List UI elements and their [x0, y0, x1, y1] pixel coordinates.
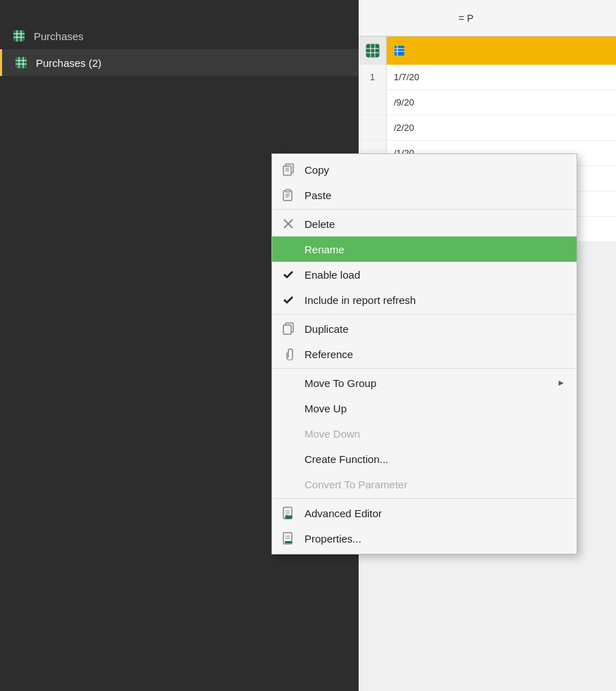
- sidebar-item-purchases[interactable]: Purchases: [0, 23, 359, 49]
- placeholder-icon: [281, 476, 296, 492]
- formula-cancel-button[interactable]: [366, 6, 391, 31]
- column-header: [387, 37, 616, 65]
- menu-item-create-function[interactable]: Create Function...: [272, 446, 577, 471]
- menu-item-copy[interactable]: Copy: [272, 157, 577, 182]
- svg-rect-5: [15, 57, 27, 68]
- formula-input[interactable]: [458, 13, 609, 24]
- paste-icon: [281, 187, 296, 203]
- row-number: 1: [359, 65, 387, 89]
- menu-item-enable-load[interactable]: Enable load: [272, 262, 577, 287]
- table-type-icon: [359, 37, 387, 65]
- copy-icon: [281, 162, 296, 177]
- menu-item-delete[interactable]: Delete: [272, 211, 577, 236]
- menu-item-label: Advanced Editor: [304, 507, 565, 519]
- properties-icon: [281, 531, 296, 546]
- menu-item-label: Include in report refresh: [304, 294, 565, 306]
- menu-item-rename[interactable]: Rename: [272, 236, 577, 262]
- svg-rect-10: [366, 44, 379, 57]
- check-icon: [281, 292, 296, 308]
- menu-item-label: Rename: [304, 243, 565, 255]
- submenu-arrow-icon: ►: [557, 378, 565, 388]
- table-icon: [13, 30, 25, 42]
- context-menu: Copy Paste Delete Rename: [271, 153, 577, 554]
- rename-icon: [281, 241, 296, 257]
- document-icon: [281, 505, 296, 521]
- menu-item-properties[interactable]: Properties...: [272, 526, 577, 551]
- clip-icon: [281, 346, 296, 362]
- menu-divider: [272, 314, 577, 315]
- menu-item-move-to-group[interactable]: Move To Group ►: [272, 370, 577, 395]
- menu-item-convert-parameter: Convert To Parameter: [272, 471, 577, 497]
- formula-bar: [359, 0, 616, 37]
- svg-rect-32: [290, 248, 294, 251]
- menu-item-label: Duplicate: [304, 323, 565, 335]
- formula-confirm-button[interactable]: [397, 6, 422, 31]
- menu-item-advanced-editor[interactable]: Advanced Editor: [272, 500, 577, 526]
- query-label: Purchases: [34, 30, 84, 42]
- sidebar-header: [0, 0, 359, 23]
- svg-rect-25: [285, 189, 290, 192]
- sidebar-item-purchases2[interactable]: Purchases (2): [0, 49, 359, 76]
- cell-value: /9/20: [387, 90, 616, 115]
- svg-rect-36: [283, 325, 291, 334]
- check-icon: [281, 267, 296, 282]
- cell-value: /2/20: [387, 115, 616, 140]
- table-header-row: [359, 37, 616, 65]
- menu-item-label: Move To Group: [304, 377, 548, 389]
- menu-item-label: Enable load: [304, 269, 565, 281]
- table-row: 1 1/7/20: [359, 65, 616, 90]
- menu-item-label: Create Function...: [304, 453, 565, 465]
- table-icon: [15, 56, 27, 69]
- menu-divider: [272, 368, 577, 369]
- menu-item-duplicate[interactable]: Duplicate: [272, 316, 577, 341]
- table-row: /2/20: [359, 115, 616, 141]
- menu-item-reference[interactable]: Reference: [272, 341, 577, 367]
- svg-rect-0: [13, 30, 25, 42]
- menu-item-include-refresh[interactable]: Include in report refresh: [272, 287, 577, 312]
- menu-divider: [272, 498, 577, 499]
- menu-item-move-up[interactable]: Move Up: [272, 395, 577, 421]
- formula-fx-button[interactable]: [428, 6, 453, 31]
- menu-divider: [272, 209, 577, 210]
- column-type-icon: [394, 45, 405, 56]
- menu-item-label: Paste: [304, 189, 565, 201]
- svg-rect-15: [394, 46, 404, 56]
- menu-item-label: Reference: [304, 348, 565, 360]
- menu-item-label: Properties...: [304, 533, 565, 545]
- placeholder-icon: [281, 451, 296, 467]
- row-number: [359, 115, 387, 140]
- grid-icon: [366, 44, 380, 58]
- row-number: [359, 90, 387, 115]
- duplicate-icon: [281, 321, 296, 336]
- placeholder-icon: [281, 375, 296, 391]
- placeholder-icon: [281, 426, 296, 441]
- placeholder-icon: [281, 400, 296, 416]
- menu-item-label: Delete: [304, 218, 565, 230]
- menu-item-label: Copy: [304, 164, 565, 176]
- svg-rect-41: [285, 516, 292, 519]
- menu-item-label: Move Down: [304, 428, 565, 440]
- menu-item-paste[interactable]: Paste: [272, 182, 577, 208]
- svg-rect-43: [285, 541, 292, 543]
- table-row: /9/20: [359, 90, 616, 115]
- query-label: Purchases (2): [36, 57, 101, 69]
- menu-item-label: Convert To Parameter: [304, 478, 565, 490]
- menu-item-move-down: Move Down: [272, 421, 577, 446]
- menu-item-label: Move Up: [304, 402, 565, 414]
- close-icon: [281, 216, 296, 232]
- query-list: Purchases Purchases (2): [0, 23, 359, 76]
- cell-value: 1/7/20: [387, 65, 616, 89]
